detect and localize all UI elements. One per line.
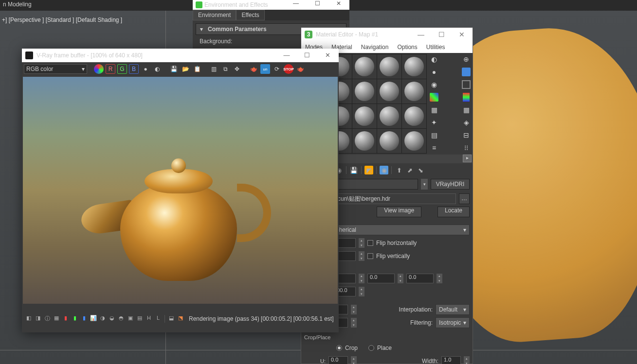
backlight-icon[interactable]: ◉	[430, 80, 438, 89]
sample-slot[interactable]	[352, 129, 377, 153]
tab-effects[interactable]: Effects	[236, 10, 264, 20]
render-last-icon[interactable]: 🫖	[295, 64, 305, 74]
compare-icon[interactable]: ⬓	[167, 315, 175, 323]
link-pdplayer-icon[interactable]: un	[260, 64, 270, 74]
sample-type-icon[interactable]: ◐	[430, 55, 438, 64]
tab-environment[interactable]: Environment	[193, 10, 236, 20]
maximize-button[interactable]: ☐	[297, 50, 317, 61]
locate-button[interactable]: Locate	[437, 207, 470, 217]
minimize-button[interactable]: —	[411, 29, 431, 40]
exposure-icon[interactable]: ▮	[80, 315, 88, 323]
minimize-button[interactable]: —	[285, 0, 307, 10]
refresh-icon[interactable]: ⟳	[272, 64, 282, 74]
render-output[interactable]	[23, 77, 338, 304]
maximize-button[interactable]: ☐	[307, 0, 328, 10]
show-end-result-icon[interactable]: ◉	[380, 166, 388, 174]
scroll-right-button[interactable]: ▸	[463, 155, 472, 162]
material-type-button[interactable]: VRayHDRI	[431, 179, 470, 190]
reset-map-icon[interactable]: 💾	[349, 166, 358, 174]
curve-icon[interactable]: ▮	[71, 315, 79, 323]
options-icon[interactable]	[463, 93, 470, 102]
lut-icon[interactable]: ◒	[108, 315, 116, 323]
spinner[interactable]: ▴▾	[437, 274, 442, 283]
put-to-scene-icon[interactable]: ⊟	[462, 131, 471, 139]
background-icon[interactable]	[430, 93, 438, 102]
mapping-type-dropdown[interactable]: Spherical▾	[328, 225, 470, 235]
sample-slot[interactable]	[377, 129, 401, 153]
go-sibling-icon[interactable]: ⬊	[416, 166, 425, 174]
spinner[interactable]: ▴▾	[351, 318, 357, 328]
close-button[interactable]: ✕	[328, 0, 349, 10]
sample-slot[interactable]	[352, 104, 377, 128]
region-render-icon[interactable]: ✥	[232, 64, 242, 74]
width-input[interactable]: 1.0	[441, 356, 461, 364]
flip-horiz-checkbox[interactable]	[367, 240, 373, 246]
histogram-icon[interactable]: 📊	[90, 315, 97, 323]
color-correction-icon[interactable]: ◧	[25, 315, 33, 323]
channel-dropdown[interactable]: RGB color▾	[24, 64, 87, 74]
close-button[interactable]: ✕	[452, 29, 472, 40]
save-image-icon[interactable]: 💾	[169, 64, 179, 74]
spinner[interactable]: ▴▾	[359, 238, 364, 248]
track-mouse-icon[interactable]: 🫖	[249, 64, 258, 74]
srgb-icon[interactable]: ◑	[99, 315, 107, 323]
filtering-dropdown[interactable]: Isotropic▾	[436, 317, 470, 328]
mono-channel-icon[interactable]: ◐	[152, 64, 162, 74]
clipboard-icon[interactable]: 📋	[192, 64, 202, 74]
menu-utilities[interactable]: Utilities	[426, 44, 445, 51]
go-parent-icon[interactable]: ⬆	[395, 166, 403, 174]
l-icon[interactable]: L	[154, 315, 162, 323]
maximize-button[interactable]: ☐	[432, 29, 451, 40]
spinner[interactable]: ▴▾	[359, 251, 364, 261]
get-material-icon[interactable]: ◈	[462, 118, 471, 127]
duplicate-icon[interactable]: ⧉	[220, 64, 230, 74]
spinner[interactable]: ▴▾	[351, 305, 357, 314]
go-forward-icon[interactable]: ⬈	[405, 166, 414, 174]
sample-slot[interactable]	[377, 79, 401, 104]
spinner[interactable]: ▴▾	[464, 356, 470, 364]
view-image-button[interactable]: View image	[377, 207, 421, 217]
ocio-icon[interactable]: ◓	[117, 315, 125, 323]
spinner[interactable]: ▴▾	[359, 274, 364, 283]
alpha-channel-icon[interactable]: ●	[141, 64, 150, 74]
interpolation-dropdown[interactable]: Default▾	[436, 304, 470, 315]
menu-options[interactable]: Options	[397, 44, 417, 51]
pixel-info-icon[interactable]: ▦	[53, 315, 60, 323]
env-titlebar[interactable]: Environment and Effects — ☐ ✕	[193, 0, 349, 10]
h-icon[interactable]: H	[145, 315, 153, 323]
sample-type-icon[interactable]: ●	[430, 68, 438, 76]
info-icon[interactable]: ⓘ	[43, 315, 51, 323]
sample-slot[interactable]	[402, 104, 426, 128]
ground-y-input[interactable]: 0.0	[367, 274, 395, 283]
options-icon[interactable]: ≡	[430, 143, 438, 152]
flip-vert-checkbox[interactable]	[367, 253, 373, 259]
crop-radio[interactable]	[336, 345, 342, 351]
material-map-navigator-icon[interactable]	[462, 68, 471, 76]
slot-options-icon[interactable]: ⁝⁝	[462, 143, 471, 152]
red-channel-icon[interactable]: R	[106, 64, 115, 74]
sample-slot[interactable]	[352, 79, 377, 104]
sample-slot[interactable]	[402, 79, 426, 104]
show-map-icon[interactable]: ◩	[364, 166, 373, 174]
sample-slot[interactable]	[377, 104, 401, 128]
place-radio[interactable]	[368, 345, 374, 351]
clear-image-icon[interactable]: ▥	[209, 64, 218, 74]
viewport-info[interactable]: +] [Perspective ] [Standard ] [Default S…	[2, 17, 122, 23]
sample-slot[interactable]	[352, 54, 377, 79]
spinner[interactable]: ▴▾	[398, 274, 403, 283]
ground-z-input[interactable]: 0.0	[406, 274, 434, 283]
green-channel-icon[interactable]: G	[117, 64, 127, 74]
load-image-icon[interactable]: 📂	[181, 64, 190, 74]
spinner[interactable]: ▴▾	[351, 356, 357, 364]
stamp-icon[interactable]: ▤	[136, 315, 144, 323]
spinner[interactable]: ▴▾	[359, 287, 364, 296]
menu-navigation[interactable]: Navigation	[361, 44, 389, 51]
make-preview-icon[interactable]: ▤	[430, 131, 438, 139]
mat-titlebar[interactable]: 3 Material Editor - Map #1 — ☐ ✕	[301, 28, 473, 41]
sample-slot[interactable]	[377, 54, 401, 79]
sample-uv-icon[interactable]: ▦	[430, 105, 438, 114]
minimize-button[interactable]: —	[276, 50, 297, 61]
close-button[interactable]: ✕	[317, 50, 338, 61]
select-by-material-icon[interactable]: ⊕	[462, 55, 471, 64]
sample-slot[interactable]	[402, 129, 426, 153]
